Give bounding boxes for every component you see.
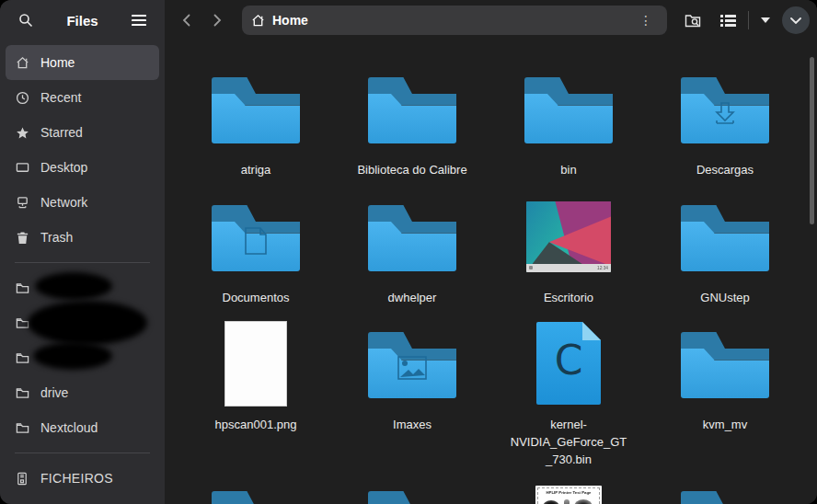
sidebar-item-label: Desktop <box>40 160 87 175</box>
file-label: Documentos <box>223 290 290 307</box>
sidebar-item-starred[interactable]: Starred <box>6 115 159 150</box>
sidebar-volume-partial[interactable]: Persoal <box>6 496 159 504</box>
download-emblem-icon <box>709 97 741 129</box>
file-label: Imaxes <box>393 417 432 434</box>
sidebar-item-label: drive <box>40 385 68 400</box>
current-location: Home <box>251 13 308 28</box>
sidebar-separator <box>15 262 150 263</box>
file-item[interactable]: HPLIP Printer Test Page <box>500 480 638 504</box>
sidebar-item-label: Trash <box>40 230 73 245</box>
sidebar-volume-ficheiros[interactable]: FICHEIROS <box>6 461 159 496</box>
image-thumbnail-blank <box>224 321 287 407</box>
sidebar: Files Home Recent St <box>0 0 165 504</box>
folder-icon <box>212 486 300 504</box>
file-label: kernel- NVIDIA_GeForce_GT _730.bin <box>511 417 627 469</box>
file-label: bin <box>560 162 576 179</box>
file-item[interactable]: Biblioteca do Calibre <box>343 61 481 179</box>
files-app-window: Files Home Recent St <box>0 0 817 504</box>
sidebar-bookmark-nextcloud[interactable]: Nextcloud <box>6 410 159 445</box>
sidebar-item-label: Starred <box>40 125 83 140</box>
sidebar-item-label: Recent <box>40 90 81 105</box>
file-item[interactable] <box>343 475 481 504</box>
file-item[interactable]: Descargas <box>656 61 794 179</box>
file-item[interactable]: bin <box>500 61 638 179</box>
thumbnail-clock: 12:34 <box>597 266 608 270</box>
search-icon[interactable] <box>11 6 40 35</box>
file-label: Escritorio <box>544 290 593 307</box>
file-item[interactable]: hpscan001.png <box>187 315 325 434</box>
location-label: Home <box>272 13 308 28</box>
headerbar: Home ⋮ <box>165 0 817 40</box>
sidebar-item-label: FICHEIROS <box>40 471 113 486</box>
taskbar-dot <box>529 266 533 269</box>
desktop-screenshot-thumbnail: 12:34 <box>526 201 611 272</box>
kebab-menu-icon[interactable]: ⋮ <box>634 10 658 30</box>
back-button[interactable] <box>172 6 200 34</box>
folder-icon <box>368 200 456 273</box>
desktop-icon <box>15 160 29 175</box>
vertical-scrollbar[interactable] <box>810 57 814 224</box>
file-label: dwhelper <box>388 290 437 307</box>
sidebar-item-trash[interactable]: Trash <box>6 220 159 255</box>
file-item[interactable]: atriga <box>187 61 325 179</box>
home-icon <box>251 14 265 28</box>
file-label: kvm_mv <box>703 417 747 434</box>
file-item[interactable] <box>187 475 325 504</box>
toolbar-separator <box>748 11 749 29</box>
hamburger-menu-icon[interactable] <box>124 6 154 35</box>
star-icon <box>15 125 29 140</box>
folder-icon <box>15 281 29 295</box>
file-item[interactable]: kvm_mv <box>656 315 794 434</box>
file-label: Descargas <box>696 162 754 179</box>
sidebar-item-recent[interactable]: Recent <box>6 80 159 115</box>
file-item[interactable]: Documentos <box>187 189 325 307</box>
folder-documents-icon <box>212 200 300 273</box>
c-glyph: C <box>555 337 583 384</box>
folder-icon <box>681 326 769 400</box>
disk-icon <box>15 471 29 486</box>
home-icon <box>15 55 29 70</box>
list-view-icon[interactable] <box>713 6 742 35</box>
file-label: hpscan001.png <box>215 417 297 434</box>
printer-test-page-thumbnail: HPLIP Printer Test Page <box>535 486 602 504</box>
folder-icon <box>524 72 613 145</box>
folder-icon <box>15 350 29 365</box>
file-item[interactable]: 12:34 Escritorio <box>500 189 638 307</box>
forward-button[interactable] <box>203 6 231 34</box>
sidebar-item-label: Home <box>40 55 75 70</box>
app-title: Files <box>66 13 98 29</box>
redaction-blob <box>35 272 112 300</box>
folder-icon <box>212 72 300 145</box>
file-item[interactable]: C kernel- NVIDIA_GeForce_GT _730.bin <box>500 315 638 469</box>
content-pane: Home ⋮ <box>165 0 817 504</box>
folder-icon <box>681 486 769 504</box>
folder-icon <box>681 200 769 273</box>
chevron-down-icon[interactable] <box>782 6 810 34</box>
sidebar-separator <box>15 452 150 453</box>
sidebar-item-desktop[interactable]: Desktop <box>6 150 159 185</box>
image-emblem-icon <box>397 355 428 381</box>
sidebar-item-home[interactable]: Home <box>6 45 159 80</box>
sidebar-bookmark-drive[interactable]: drive <box>6 375 159 410</box>
toolbar-actions <box>678 6 810 35</box>
sidebar-header: Files <box>0 0 165 40</box>
file-item[interactable]: Imaxes <box>343 315 481 434</box>
path-bar[interactable]: Home ⋮ <box>242 6 667 35</box>
test-page-title: HPLIP Printer Test Page <box>545 490 593 494</box>
sidebar-item-network[interactable]: Network <box>6 185 159 220</box>
document-emblem-icon <box>243 226 269 256</box>
folder-download-icon <box>681 72 769 145</box>
folder-icon <box>368 486 456 504</box>
folder-search-icon[interactable] <box>678 6 708 35</box>
sidebar-item-label: Network <box>40 195 87 210</box>
folder-icon <box>15 420 29 435</box>
file-item[interactable]: GNUstep <box>656 189 794 307</box>
file-item[interactable] <box>656 475 794 504</box>
caret-down-icon[interactable] <box>754 6 777 35</box>
redaction-blob <box>28 301 147 345</box>
file-item[interactable]: dwhelper <box>343 189 481 307</box>
redaction-blob <box>33 342 112 370</box>
binary-file-icon: C <box>536 322 601 405</box>
file-label: atriga <box>241 162 271 179</box>
file-label: GNUstep <box>700 290 749 307</box>
